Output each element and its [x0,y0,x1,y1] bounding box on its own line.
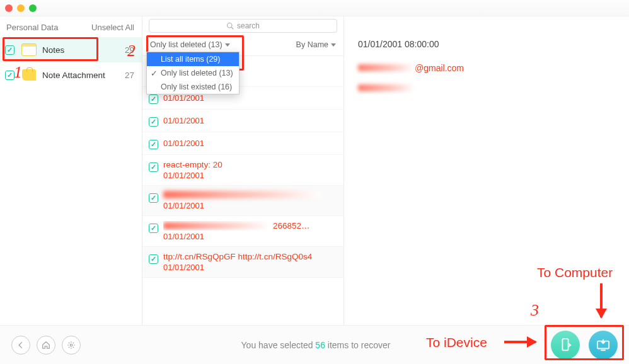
close-window[interactable] [5,4,13,12]
note-row[interactable]: ✓ react-empty: 20 01/01/2001 [142,155,343,186]
checkbox-icon[interactable]: ✓ [149,162,158,172]
sort-dropdown-trigger[interactable]: By Name [296,40,336,49]
note-date: 01/01/2001 [163,139,336,148]
checkbox-icon[interactable]: ✓ [149,224,158,233]
notes-icon [21,43,37,57]
detail-email: @gmail.com [358,63,615,73]
svg-point-0 [227,23,232,28]
sidebar-item-label: Notes [42,45,64,55]
note-row[interactable]: ✓ 266852… 01/01/2001 [142,216,343,247]
window-controls [5,4,37,12]
checkmark-icon: ✓ [151,69,158,78]
checkbox-icon[interactable]: ✓ [149,193,158,203]
note-row[interactable]: ✓ ttp://t.cn/RSgQpGF http://t.cn/RSgQ0s4… [142,247,343,278]
note-date: 01/01/2001 [163,201,336,210]
to-device-icon [558,338,572,353]
svg-point-2 [70,344,72,346]
svg-line-1 [231,27,233,29]
to-computer-icon [596,338,611,352]
sidebar-item-notes[interactable]: ✓ Notes 29 [0,37,142,62]
back-button[interactable] [11,336,30,355]
sidebar-section-label: Personal Data [6,23,58,32]
sidebar: Personal Data Unselect All ✓ Notes 29 ✓ … [0,16,142,325]
note-title: ttp://t.cn/RSgQpGF http://t.cn/RSgQ0s4 [163,252,336,261]
recover-to-computer-button[interactable] [589,331,618,360]
note-date: 01/01/2001 [163,232,336,241]
settings-button[interactable] [62,336,81,355]
home-icon [42,341,50,350]
note-date: 01/01/2001 [163,93,336,103]
sidebar-item-count: 27 [125,71,134,80]
filter-dropdown-menu: List all items (29) ✓Only list deleted (… [146,52,239,94]
note-date: 01/01/2001 [163,171,336,180]
note-row[interactable]: ✓ 01/01/2001 [142,132,343,155]
note-list[interactable]: ✓ react-empty: 20 01/01/2001 ✓ 01/01/200… [142,56,343,325]
filter-option-deleted[interactable]: ✓Only list deleted (13) [147,66,239,80]
checkbox-icon[interactable]: ✓ [149,94,158,104]
filter-option-all[interactable]: List all items (29) [147,52,239,66]
recover-to-idevice-button[interactable] [551,331,580,360]
redacted-text [163,191,321,198]
unselect-all-link[interactable]: Unselect All [91,23,134,32]
arrow-left-icon [16,341,25,350]
detail-date: 01/01/2001 08:00:00 [358,39,615,49]
footer-bar: You have selected 56 items to recover [0,325,629,364]
checkbox-icon[interactable]: ✓ [5,45,14,55]
sidebar-item-count: 29 [125,45,134,55]
note-row[interactable]: ✓ 01/01/2001 [142,186,343,216]
note-detail-pane: 01/01/2001 08:00:00 @gmail.com [344,16,629,325]
svg-rect-3 [562,338,568,350]
status-text: You have selected 56 items to recover [81,340,551,350]
sidebar-item-label: Note Attachment [42,71,105,80]
filter-option-existed[interactable]: Only list existed (16) [147,80,239,94]
filter-dropdown-trigger[interactable]: Only list deleted (13) [150,40,230,49]
checkbox-icon[interactable]: ✓ [149,117,158,127]
note-title: 266852… [163,221,336,230]
sidebar-item-note-attachment[interactable]: ✓ Note Attachment 27 [0,62,142,88]
note-date: 01/01/2001 [163,263,336,272]
note-row[interactable]: ✓ 01/01/2001 [142,110,343,132]
redacted-text [358,64,415,71]
search-placeholder: search [237,21,260,30]
checkbox-icon[interactable]: ✓ [149,254,158,264]
note-date: 01/01/2001 [163,116,336,125]
home-button[interactable] [37,336,55,355]
note-list-pane: search Only list deleted (13) By Name Li… [142,16,344,325]
search-icon [226,22,234,30]
search-input[interactable]: search [149,19,337,33]
checkbox-icon[interactable]: ✓ [149,140,158,149]
titlebar [0,0,629,16]
minimize-window[interactable] [17,4,25,12]
gear-icon [67,341,76,350]
checkbox-icon[interactable]: ✓ [5,71,14,80]
attachment-icon [21,68,37,82]
zoom-window[interactable] [29,4,37,12]
redacted-text [358,84,415,91]
note-title: react-empty: 20 [163,160,336,169]
